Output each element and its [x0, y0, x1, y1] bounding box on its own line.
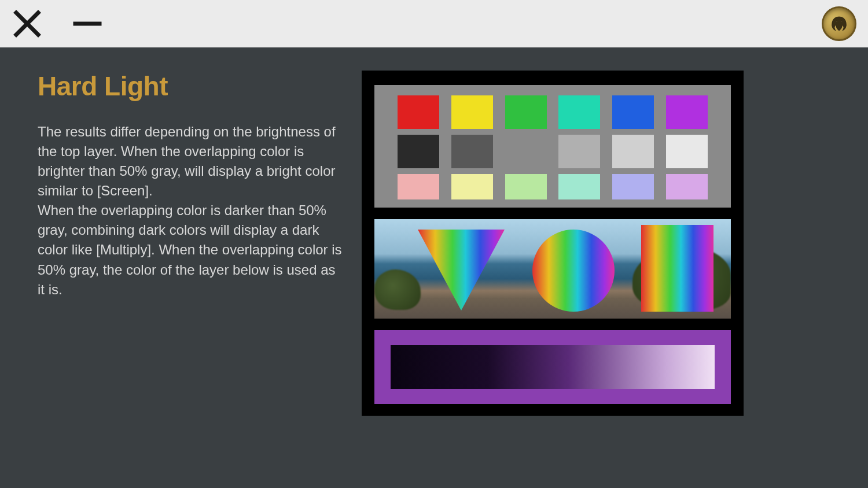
swatch-red: [398, 95, 439, 129]
swatch-panel: [374, 85, 731, 208]
close-icon: [12, 8, 43, 39]
swatch-pastel-2: [451, 174, 493, 199]
swatch-blue: [612, 95, 654, 129]
swatch-pastel-5: [612, 174, 654, 199]
window-controls: [12, 8, 103, 39]
swatch-row-grays: [398, 135, 708, 168]
logo-icon: [827, 12, 851, 35]
swatch-gray-1: [398, 135, 439, 168]
rainbow-circle: [532, 230, 615, 312]
app-logo: [822, 6, 856, 41]
scene-panel: [374, 219, 731, 319]
page-title: Hard Light: [38, 71, 344, 102]
swatch-row-pastels: [398, 174, 708, 199]
swatch-pastel-3: [505, 174, 547, 199]
swatch-gray-3: [505, 135, 547, 168]
swatch-pastel-6: [666, 174, 708, 199]
gradient-bar: [391, 345, 715, 389]
text-column: Hard Light The results differ depending …: [38, 71, 344, 465]
swatch-row-colors: [398, 95, 708, 129]
swatch-teal: [558, 95, 600, 129]
swatch-yellow: [451, 95, 493, 129]
minimize-button[interactable]: [72, 8, 103, 39]
swatch-pastel-1: [398, 174, 439, 199]
swatch-purple: [666, 95, 708, 129]
swatch-green: [505, 95, 547, 129]
title-bar: [0, 0, 868, 47]
demo-column: [362, 71, 839, 465]
swatch-gray-6: [666, 135, 708, 168]
demo-frame: [362, 71, 744, 416]
swatch-gray-5: [612, 135, 654, 168]
gradient-panel: [374, 330, 731, 404]
minimize-icon: [72, 8, 103, 39]
body-text: The results differ depending on the brig…: [38, 122, 344, 300]
content-area: Hard Light The results differ depending …: [0, 47, 868, 488]
rainbow-rectangle: [641, 225, 713, 312]
swatch-pastel-4: [558, 174, 600, 199]
swatch-gray-4: [558, 135, 600, 168]
close-button[interactable]: [12, 8, 43, 39]
swatch-gray-2: [451, 135, 493, 168]
